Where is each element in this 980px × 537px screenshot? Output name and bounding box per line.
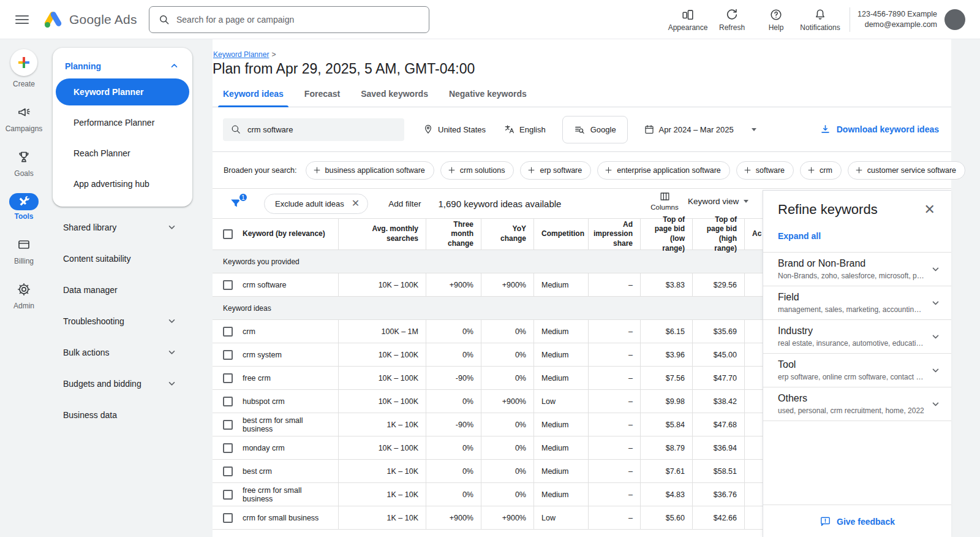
refine-section-industry[interactable]: Industry real estate, insurance, automot…	[763, 319, 951, 353]
row-checkbox[interactable]	[223, 443, 233, 453]
refresh-button[interactable]: Refresh	[710, 8, 754, 32]
yoy-cell: 0%	[481, 367, 533, 389]
help-label: Help	[769, 23, 784, 32]
keyword-cell: best crm	[243, 467, 272, 476]
refine-title: Refine keywords	[778, 202, 878, 218]
sidebar-item-budgets-and-bidding[interactable]: Budgets and bidding	[53, 368, 192, 399]
broaden-chip[interactable]: crm	[800, 161, 842, 180]
refine-section-field[interactable]: Field management, sales, marketing, acco…	[763, 286, 951, 319]
nav-tools[interactable]: Tools	[9, 193, 39, 221]
column-header-keyword[interactable]: Keyword (by relevance)	[213, 219, 338, 249]
broaden-chip[interactable]: customer service software	[848, 161, 965, 180]
row-checkbox[interactable]	[223, 397, 233, 406]
sidebar-item-troubleshooting[interactable]: Troubleshooting	[53, 305, 192, 337]
plus-icon	[807, 166, 816, 175]
location-selector[interactable]: United States	[423, 124, 486, 135]
row-checkbox[interactable]	[223, 467, 233, 476]
date-range-selector[interactable]: Apr 2024 – Mar 2025	[644, 124, 756, 135]
language-selector[interactable]: English	[504, 124, 546, 135]
row-checkbox[interactable]	[223, 280, 233, 290]
give-feedback-button[interactable]: Give feedback	[763, 505, 951, 527]
network-selector[interactable]: Google	[562, 116, 628, 143]
tab-keyword-ideas[interactable]: Keyword ideas	[213, 85, 294, 107]
row-checkbox[interactable]	[223, 327, 233, 337]
high-bid-cell: $47.70	[692, 367, 744, 389]
select-all-checkbox[interactable]	[223, 229, 233, 239]
three-month-cell: +900%	[426, 506, 481, 529]
tab-saved-keywords[interactable]: Saved keywords	[350, 85, 439, 107]
row-checkbox[interactable]	[223, 490, 233, 500]
sidebar-item-keyword-planner[interactable]: Keyword Planner	[56, 78, 189, 105]
nav-campaigns[interactable]: Campaigns	[6, 104, 43, 133]
refine-section-subtitle: real estate, insurance, automotive, educ…	[778, 338, 924, 349]
sidebar-item-performance-planner[interactable]: Performance Planner	[53, 107, 192, 138]
searches-cell: 10K – 100K	[338, 343, 426, 366]
global-search-input[interactable]	[176, 15, 420, 25]
table-row: hubspot crm 10K – 100K 0% +900% Low – $9…	[213, 390, 763, 413]
filter-button[interactable]: 1	[229, 197, 243, 210]
nav-billing[interactable]: Billing	[9, 236, 39, 265]
refine-section-brand[interactable]: Brand or Non-Brand Non-Brands, zoho, sal…	[763, 252, 951, 286]
remove-filter-icon[interactable]: ✕	[352, 199, 360, 208]
appearance-icon	[681, 8, 695, 21]
sidebar-item-app-advertising-hub[interactable]: App advertising hub	[53, 169, 192, 199]
active-filter-chip[interactable]: Exclude adult ideas ✕	[264, 194, 368, 214]
columns-button[interactable]: Columns	[645, 191, 684, 211]
sidebar-item-reach-planner[interactable]: Reach Planner	[53, 138, 192, 169]
yoy-cell: 0%	[481, 483, 533, 506]
sidebar-item-data-manager[interactable]: Data manager	[53, 274, 192, 305]
column-header-top-bid-low[interactable]: Top of page bid (low range)	[640, 219, 692, 249]
sidebar-item-bulk-actions[interactable]: Bulk actions	[53, 337, 192, 368]
column-header-top-bid-high[interactable]: Top of page bid (high range)	[692, 219, 744, 249]
column-header-competition[interactable]: Competition	[533, 219, 588, 249]
keyword-cell: free crm	[243, 374, 271, 383]
broaden-chip[interactable]: enterprise application software	[597, 161, 730, 180]
sidebar-item-shared-library[interactable]: Shared library	[53, 211, 192, 243]
help-button[interactable]: Help	[754, 8, 798, 32]
view-selector[interactable]: Keyword view	[688, 197, 748, 206]
broaden-chip[interactable]: business application software	[306, 161, 434, 180]
row-checkbox[interactable]	[223, 420, 233, 430]
card-icon	[17, 237, 31, 252]
row-checkbox[interactable]	[223, 513, 233, 523]
column-header-avg-monthly-searches[interactable]: Avg. monthly searches	[338, 219, 426, 249]
column-header-three-month-change[interactable]: Three month change	[426, 219, 481, 249]
tab-negative-keywords[interactable]: Negative keywords	[439, 85, 537, 107]
avatar[interactable]	[944, 9, 965, 30]
appearance-button[interactable]: Appearance	[666, 8, 710, 32]
keyword-cell: crm system	[243, 351, 282, 359]
column-header-yoy-change[interactable]: YoY change	[481, 219, 533, 249]
table-row: free crm 10K – 100K -90% 0% Medium – $7.…	[213, 367, 763, 390]
broaden-chip[interactable]: erp software	[520, 161, 591, 180]
add-filter-button[interactable]: Add filter	[388, 199, 421, 208]
breadcrumb-link[interactable]: Keyword Planner	[213, 50, 269, 59]
download-keyword-ideas-button[interactable]: Download keyword ideas	[820, 124, 939, 135]
sidebar-section-planning[interactable]: Planning	[53, 54, 192, 77]
expand-all-link[interactable]: Expand all	[763, 218, 951, 252]
keyword-search-input[interactable]: crm software	[223, 118, 404, 141]
create-button[interactable]: Create	[10, 49, 37, 88]
chip-label: crm solutions	[460, 166, 505, 175]
nav-admin[interactable]: Admin	[9, 281, 39, 310]
tab-forecast[interactable]: Forecast	[294, 85, 350, 107]
row-checkbox[interactable]	[223, 350, 233, 360]
close-icon[interactable]: ✕	[921, 202, 939, 218]
nav-goals[interactable]: Goals	[9, 148, 39, 178]
column-header-ad-impression-share[interactable]: Ad impression share	[588, 219, 640, 249]
broaden-chip[interactable]: crm solutions	[440, 161, 514, 180]
global-search[interactable]	[149, 6, 429, 33]
refine-section-others[interactable]: Others used, personal, crm recruitment, …	[763, 387, 951, 421]
sidebar-item-content-suitability[interactable]: Content suitability	[53, 243, 192, 274]
menu-icon[interactable]	[15, 13, 29, 26]
column-header-truncated[interactable]: Ac	[744, 219, 763, 249]
broaden-chip[interactable]: software	[736, 161, 794, 180]
row-checkbox[interactable]	[223, 373, 233, 383]
data-manager-label: Data manager	[63, 285, 118, 295]
sidebar-item-business-data[interactable]: Business data	[53, 399, 192, 430]
notifications-label: Notifications	[800, 23, 840, 32]
three-month-cell: 0%	[426, 436, 481, 459]
refine-section-tool[interactable]: Tool erp software, online crm software, …	[763, 353, 951, 387]
notifications-button[interactable]: Notifications	[798, 8, 842, 32]
searches-cell: 1K – 10K	[338, 413, 426, 436]
top-bar: Google Ads Appearance Refresh Help Notif…	[0, 0, 980, 39]
